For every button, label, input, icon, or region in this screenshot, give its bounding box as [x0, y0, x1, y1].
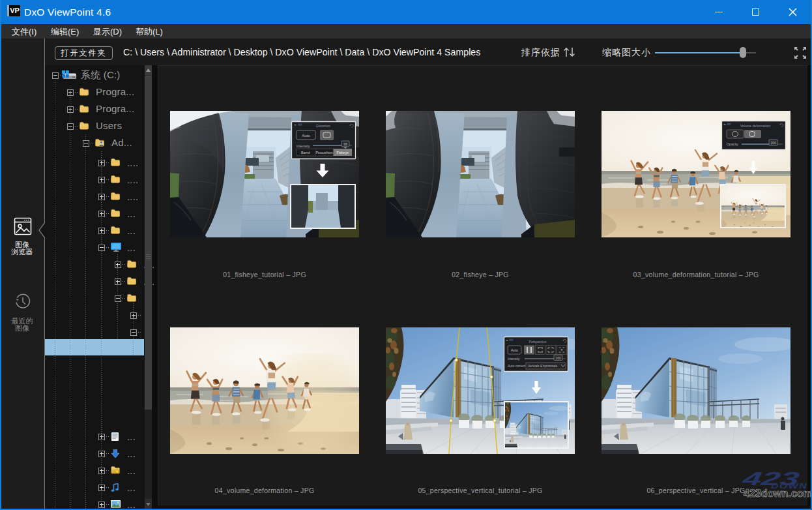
svg-text:Distortion: Distortion: [316, 124, 330, 128]
svg-text:Verticals & horizontals: Verticals & horizontals: [528, 365, 558, 368]
svg-text:Pincushion: Pincushion: [316, 151, 333, 155]
svg-text:Opacity: Opacity: [727, 142, 738, 146]
svg-text:100: 100: [770, 141, 776, 145]
svg-text:Fisheye: Fisheye: [337, 151, 349, 155]
svg-text:Barrel: Barrel: [301, 151, 310, 155]
svg-text:Perspective: Perspective: [529, 340, 546, 344]
svg-text:100: 100: [555, 357, 560, 360]
svg-text:Auto correct: Auto correct: [508, 364, 526, 368]
svg-text:98: 98: [343, 142, 347, 146]
svg-text:Intensity: Intensity: [297, 144, 310, 148]
svg-text:Auto: Auto: [511, 348, 518, 352]
svg-text:Intensity: Intensity: [508, 357, 520, 361]
svg-text:Volume deformation: Volume deformation: [740, 124, 770, 128]
svg-text:Auto: Auto: [302, 134, 310, 138]
